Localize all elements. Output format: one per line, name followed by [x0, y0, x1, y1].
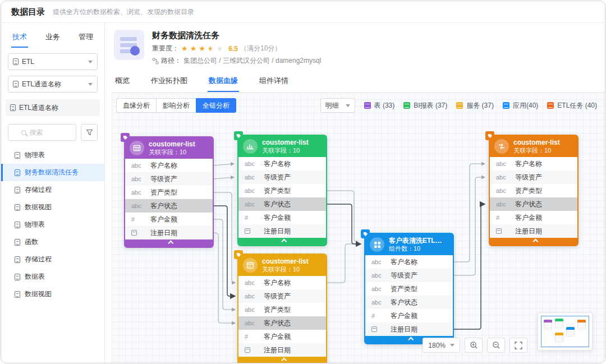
- mode-impact-analysis[interactable]: 影响分析: [156, 98, 196, 113]
- field-row[interactable]: 注册日期: [125, 226, 213, 239]
- document-icon: [15, 256, 20, 263]
- legend-item-etl-task[interactable]: ETL任务 (40): [547, 101, 597, 110]
- field-row[interactable]: abc等级资产: [125, 172, 213, 186]
- field-label: 资产类型: [515, 186, 542, 196]
- field-row[interactable]: 注册日期: [238, 343, 326, 357]
- node-header[interactable]: coustomer-list 关联字段：10: [125, 137, 213, 159]
- sidebar-item[interactable]: 存储过程: [1, 181, 104, 199]
- search-box[interactable]: [8, 124, 76, 141]
- legend-label: BI报表 (37): [414, 101, 447, 110]
- tab-overview[interactable]: 概览: [114, 72, 131, 92]
- graph-node-service-yellow[interactable]: coustomer-list 关联字段：10 abc客户名称 abc等级资产 a…: [237, 254, 327, 363]
- sidebar-tab-manage[interactable]: 管理: [77, 30, 94, 48]
- field-type: abc: [245, 201, 258, 208]
- field-row[interactable]: #客户金额: [238, 330, 326, 343]
- collapse-button[interactable]: [125, 239, 213, 247]
- field-row[interactable]: 注册日期: [238, 224, 326, 238]
- field-row[interactable]: abc资产类型: [365, 282, 453, 296]
- star-icon: ★: [199, 45, 205, 52]
- search-input[interactable]: [30, 128, 63, 136]
- minimap[interactable]: [538, 312, 593, 351]
- legend-item-table[interactable]: 表 (33): [364, 101, 395, 110]
- etl-type-select[interactable]: ETL: [8, 53, 98, 70]
- tab-data-lineage[interactable]: 数据血缘: [208, 72, 239, 92]
- sidebar-item[interactable]: 数据视图: [1, 285, 104, 303]
- field-row[interactable]: abc客户名称: [365, 255, 453, 269]
- graph-node-table-purple[interactable]: coustomer-list 关联字段：10 abc客户名称 abc等级资产 a…: [124, 136, 214, 248]
- legend-item-application[interactable]: 应用(40): [503, 101, 538, 110]
- lineage-canvas[interactable]: 血缘分析 影响分析 全链分析 明细 表 (33) BI报表 (37) 服务 (3…: [112, 93, 605, 363]
- field-row[interactable]: abc等级资产: [365, 269, 453, 282]
- field-row[interactable]: abc等级资产: [238, 289, 326, 303]
- legend-item-service[interactable]: 服务 (37): [456, 101, 494, 110]
- collapse-button[interactable]: [490, 238, 577, 245]
- node-header[interactable]: coustomer-list 关联字段：10: [238, 136, 326, 157]
- field-row-highlighted[interactable]: abc客户状态: [125, 199, 213, 213]
- sidebar-tab-business[interactable]: 业务: [44, 30, 61, 48]
- tab-job-topology[interactable]: 作业拓扑图: [150, 72, 189, 92]
- collapse-button[interactable]: [238, 238, 326, 245]
- tag-badge-icon: [361, 229, 370, 238]
- zoom-level-select[interactable]: 180%: [423, 338, 460, 353]
- sidebar-item-selected[interactable]: 财务数据清洗任务: [1, 164, 104, 181]
- field-type: abc: [496, 174, 509, 181]
- detail-level-select[interactable]: 明细: [320, 98, 355, 113]
- field-row-highlighted[interactable]: abc客户状态: [238, 316, 326, 330]
- field-row[interactable]: abc等级资产: [490, 171, 577, 184]
- path-row: 路径： 集团总公司 / 三维武汉分公司 / dameng2mysql: [152, 56, 321, 66]
- field-row-highlighted[interactable]: abc客户状态: [490, 197, 577, 211]
- node-header[interactable]: 客户表清洗ETL任务 组件数：10: [365, 234, 453, 255]
- sidebar-item[interactable]: 存储过程: [1, 251, 104, 268]
- zoom-in-button[interactable]: [465, 338, 483, 353]
- field-row[interactable]: abc客户名称: [238, 276, 326, 289]
- sidebar-item[interactable]: 数据表: [1, 268, 104, 285]
- mode-lineage-analysis[interactable]: 血缘分析: [116, 98, 157, 113]
- field-row[interactable]: abc资产类型: [125, 186, 213, 199]
- node-subtitle: 关联字段：10: [262, 147, 309, 155]
- field-row[interactable]: #客户金额: [490, 211, 577, 224]
- sidebar-item[interactable]: 数据视图: [1, 199, 104, 216]
- etl-channel-select[interactable]: ETL通道名称: [8, 76, 98, 93]
- graph-node-etl-task-blue[interactable]: 客户表清洗ETL任务 组件数：10 abc客户名称 abc等级资产 abc资产类…: [364, 233, 454, 344]
- graph-node-bi-report-green[interactable]: coustomer-list 关联字段：10 abc客户名称 abc等级资产 a…: [237, 135, 327, 246]
- top-bar: 数据目录 提供全方位的数据检索、浏览、发现的数据目录: [1, 1, 605, 22]
- chevron-up-icon: [408, 337, 414, 343]
- fit-screen-button[interactable]: [509, 338, 527, 353]
- graph-node-etl-orange[interactable]: coustomer-list 关联字段：10 abc客户名称 abc等级资产 a…: [489, 135, 579, 246]
- node-header[interactable]: coustomer-list 关联字段：10: [490, 136, 577, 157]
- collapse-button[interactable]: [238, 357, 326, 363]
- field-row[interactable]: 注册日期: [365, 322, 453, 336]
- zoom-out-button[interactable]: [487, 338, 505, 353]
- sidebar-item[interactable]: 函数: [1, 233, 104, 251]
- sidebar-tab-tech[interactable]: 技术: [11, 30, 28, 48]
- field-type: abc: [245, 160, 258, 167]
- field-row[interactable]: abc等级资产: [238, 171, 326, 184]
- legend-item-bi-report[interactable]: BI报表 (37): [403, 101, 447, 110]
- field-row[interactable]: abc资产类型: [238, 184, 326, 197]
- sidebar-item[interactable]: 物理表: [1, 146, 104, 164]
- tag-badge-icon: [485, 131, 494, 140]
- field-row[interactable]: #客户金额: [238, 211, 326, 224]
- node-header[interactable]: coustomer-list 关联字段：10: [238, 255, 326, 276]
- tab-component-detail[interactable]: 组件详情: [258, 72, 290, 92]
- field-row[interactable]: abc客户名称: [125, 159, 213, 172]
- sidebar: 技术 业务 管理 ETL ETL通道名称 ETL通道名称: [1, 23, 105, 363]
- field-row[interactable]: abc客户名称: [490, 157, 577, 171]
- field-row[interactable]: abc客户名称: [238, 157, 326, 171]
- field-row[interactable]: abc客户状态: [365, 296, 453, 309]
- field-row[interactable]: 注册日期: [490, 224, 577, 238]
- filter-button[interactable]: [81, 124, 98, 141]
- importance-row: 重要度： ★ ★ ★ ★ 6.5 （满分10分）: [152, 44, 321, 53]
- field-row-highlighted[interactable]: abc客户状态: [238, 197, 326, 211]
- asset-title: 财务数据清洗任务: [152, 30, 321, 41]
- field-row[interactable]: #客户金额: [365, 309, 453, 322]
- field-row[interactable]: abc资产类型: [490, 184, 577, 197]
- etl-channel-group-header[interactable]: ETL通道名称: [6, 99, 100, 116]
- node-title: 客户表清洗ETL任务: [389, 237, 448, 245]
- sidebar-item[interactable]: 物理表: [1, 216, 104, 233]
- mode-full-chain-analysis[interactable]: 全链分析: [196, 98, 236, 113]
- field-row[interactable]: abc资产类型: [238, 303, 326, 316]
- field-row[interactable]: #客户金额: [125, 213, 213, 226]
- minimap-viewport[interactable]: [541, 316, 589, 347]
- field-type: #: [131, 216, 145, 223]
